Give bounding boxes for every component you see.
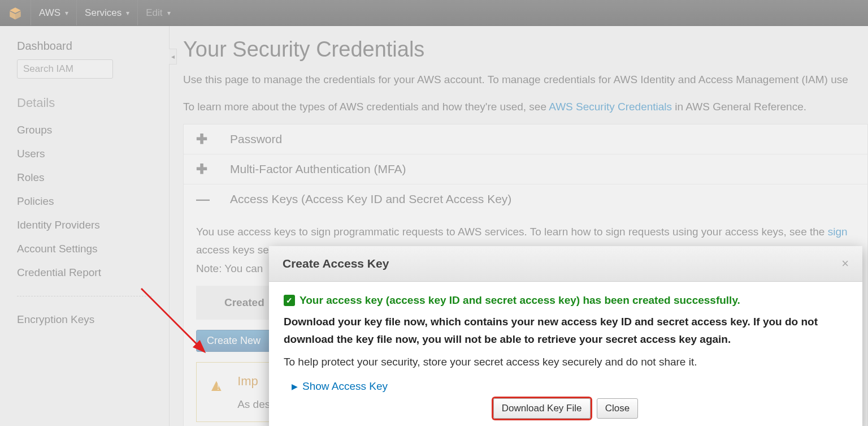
signing-link[interactable]: sign [828,226,848,238]
keys-desc-b: access keys se [196,244,269,256]
accordion-password-header[interactable]: ✚ Password [184,124,867,154]
sidebar-item-groups[interactable]: Groups [17,118,152,142]
download-key-file-button[interactable]: Download Key File [493,398,591,419]
top-nav: AWS ▾ Services ▾ Edit ▾ [0,0,868,26]
sidebar-item-roles[interactable]: Roles [17,166,152,190]
accordion-mfa-label: Multi-Factor Authentication (MFA) [230,162,406,176]
modal-title: Create Access Key [283,257,389,270]
chevron-down-icon: ▾ [65,9,68,17]
sidebar: Dashboard Details Groups Users Roles Pol… [0,26,170,426]
sidebar-dashboard[interactable]: Dashboard [17,40,152,53]
warning-icon: ▲! [208,371,227,399]
download-warning: Download your key file now, which contai… [284,313,848,348]
check-icon: ✓ [284,295,295,306]
sidebar-item-policies[interactable]: Policies [17,190,152,213]
sidebar-item-encryption-keys[interactable]: Encryption Keys [17,308,152,332]
plus-icon: ✚ [196,161,230,177]
create-access-key-modal: Create Access Key × ✓ Your access key (a… [269,246,862,426]
search-iam-input[interactable] [17,59,113,79]
aws-security-credentials-link[interactable]: AWS Security Credentials [549,101,672,113]
plus-icon: ✚ [196,131,230,147]
nav-aws-label: AWS [39,7,60,19]
sidebar-item-users[interactable]: Users [17,142,152,166]
intro-line-1: Use this page to manage the credentials … [183,70,868,90]
accordion-access-keys-header[interactable]: — Access Keys (Access Key ID and Secret … [184,184,867,214]
success-message: ✓ Your access key (access key ID and sec… [284,292,848,309]
sidebar-item-credential-report[interactable]: Credential Report [17,261,152,285]
close-button[interactable]: Close [597,398,638,419]
triangle-right-icon: ▶ [292,380,298,393]
minus-icon: — [196,191,230,207]
page-title: Your Security Credentials [183,37,868,62]
show-access-key-toggle[interactable]: ▶ Show Access Key [292,378,848,395]
show-access-key-label: Show Access Key [302,378,388,395]
sidebar-details-heading: Details [17,96,152,110]
success-text: Your access key (access key ID and secre… [300,292,740,309]
aws-logo-icon [8,6,23,20]
protect-note: To help protect your security, store you… [284,354,848,371]
col-created: Created [224,296,264,308]
keys-note: Note: You can [196,263,263,274]
sidebar-divider [17,296,152,296]
create-new-access-key-button[interactable]: Create New [196,330,271,352]
nav-services-label: Services [85,7,121,19]
keys-desc-a: You use access keys to sign programmatic… [196,226,828,238]
accordion-password-label: Password [230,132,282,146]
sidebar-collapse-handle[interactable]: ◂ [169,49,177,64]
nav-aws[interactable]: AWS ▾ [31,0,76,25]
accordion-access-keys-label: Access Keys (Access Key ID and Secret Ac… [230,192,511,206]
intro-2a: To learn more about the types of AWS cre… [183,101,549,113]
nav-services[interactable]: Services ▾ [76,0,137,25]
nav-edit-label: Edit [146,7,162,19]
chevron-down-icon: ▾ [126,9,129,17]
nav-edit[interactable]: Edit ▾ [137,0,178,25]
accordion-mfa-header[interactable]: ✚ Multi-Factor Authentication (MFA) [184,154,867,184]
chevron-down-icon: ▾ [167,9,171,17]
modal-header: Create Access Key × [269,246,862,282]
close-icon[interactable]: × [841,256,849,271]
intro-2b: in AWS General Reference. [675,101,806,113]
intro-line-2: To learn more about the types of AWS cre… [183,97,868,117]
sidebar-item-identity-providers[interactable]: Identity Providers [17,213,152,237]
sidebar-item-account-settings[interactable]: Account Settings [17,237,152,261]
